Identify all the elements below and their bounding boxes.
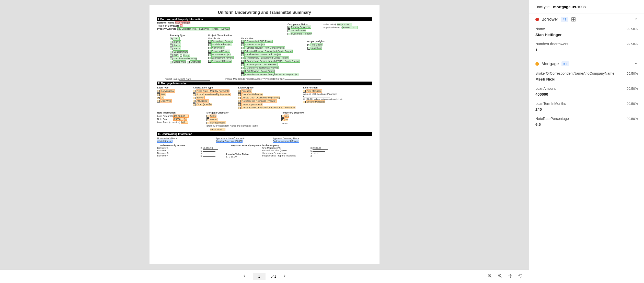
fm-v-cb[interactable] <box>241 67 244 69</box>
lien-second[interactable]: Second Mortgage <box>306 100 325 103</box>
pc-recip[interactable]: Reciprocal Review <box>211 60 232 63</box>
loan-term-value[interactable]: 240 <box>181 121 188 124</box>
prev-page-button[interactable] <box>241 273 248 280</box>
pt-2units-cb[interactable] <box>170 41 172 43</box>
am-other[interactable]: Other (specify) <box>196 103 212 106</box>
am-other-cb[interactable] <box>193 103 195 106</box>
lt-va-cb[interactable] <box>157 97 160 99</box>
lt-usda-cb[interactable] <box>157 100 160 103</box>
fm-r[interactable]: R Full Review - New Condo Project <box>244 53 281 56</box>
fm-1[interactable]: 1 Full Review - Co-op Project <box>244 70 275 73</box>
pc-stream[interactable]: Streamlined Review <box>211 40 233 43</box>
page-input[interactable] <box>253 273 266 280</box>
occupancy-second[interactable]: Second Home <box>291 29 306 32</box>
rate-value[interactable]: 6.5 <box>535 122 638 127</box>
pt-pud-cb[interactable] <box>170 54 172 57</box>
loan-amt-value[interactable]: 400,000.00 <box>173 115 189 118</box>
uw-name-value[interactable]: Abdiel Keeling <box>157 140 172 143</box>
fm-1-cb[interactable] <box>241 70 244 73</box>
bd-no[interactable]: No <box>284 118 289 121</box>
project-name-value[interactable]: Alpha Park <box>179 78 210 81</box>
pm-first-val[interactable]: 2,982.29 <box>313 147 328 150</box>
entity-borrower-header[interactable]: Borrower #1 <box>529 14 644 25</box>
lt-fha[interactable]: FHA <box>160 93 166 96</box>
pc-2to4[interactable]: 2- to 4-unit Project <box>211 53 231 56</box>
pm-supp-val[interactable] <box>313 157 325 157</box>
lp-purch[interactable]: Purchase <box>241 89 252 93</box>
borrower-name-value[interactable]: Stan Hettinger <box>175 21 190 24</box>
lt-conv[interactable]: Conventional <box>160 89 175 93</box>
document-scroll-area[interactable]: Uniform Underwriting and Transmittal Sum… <box>0 0 529 269</box>
pm-home-val[interactable]: 166.67 <box>313 152 328 155</box>
b1-val[interactable]: 12,956.70 <box>203 147 218 150</box>
appr-name-value[interactable]: Claudia Denesik / 102896 <box>216 140 243 143</box>
lt-usda[interactable]: USDA/RD <box>160 99 172 103</box>
lp-co[interactable]: Cash-Out Refinance <box>241 93 263 96</box>
b3-val[interactable] <box>203 154 215 154</box>
pt-3units-cb[interactable] <box>170 44 172 47</box>
pt-4units[interactable]: 4 units <box>173 47 181 50</box>
pr-fee[interactable]: Fee Simple <box>310 43 323 46</box>
next-page-button[interactable] <box>281 273 288 280</box>
fm-v[interactable]: V Condo Project Review Waived <box>244 66 279 69</box>
orig-corr-cb[interactable] <box>206 122 209 124</box>
pan-icon[interactable] <box>507 273 514 280</box>
pr-fee-cb[interactable] <box>307 44 310 46</box>
pt-2units[interactable]: 2 units <box>173 40 181 43</box>
occupancy-primary-cb[interactable] <box>288 26 290 29</box>
lien-first[interactable]: First Mortgage <box>306 89 322 93</box>
pc-estab-cb[interactable] <box>208 43 211 46</box>
lien-first-cb[interactable] <box>303 90 306 93</box>
lt-conv-cb[interactable] <box>157 90 160 93</box>
appr-co-value[interactable]: Padove Appraisal Service <box>273 140 300 143</box>
pt-coop[interactable]: Co-op <box>183 54 190 57</box>
fm-e-cb[interactable] <box>241 40 244 43</box>
fm-s-cb[interactable] <box>241 57 244 59</box>
am-bal[interactable]: Balloon <box>196 96 205 99</box>
pt-multi[interactable]: Multiwide <box>190 60 201 63</box>
pt-multi-cb[interactable] <box>187 61 190 63</box>
fm-t[interactable]: T Fannie Mae Review through PERS - Condo… <box>244 60 300 63</box>
lp-lim[interactable]: Limited Cash-Out Refinance (Fannie) <box>241 96 280 99</box>
loan-amt-value[interactable]: 400000 <box>535 92 638 96</box>
pc-stream-cb[interactable] <box>208 40 211 43</box>
fm-e[interactable]: E Established PUD Project <box>244 40 273 43</box>
fm-f-cb[interactable] <box>241 43 244 46</box>
lien-second-cb[interactable] <box>303 101 306 103</box>
fm-u-cb[interactable] <box>241 63 244 66</box>
pt-pud[interactable]: PUD <box>173 54 179 57</box>
num-value[interactable]: 1 <box>535 48 638 52</box>
pc-exempt[interactable]: Exempt from Review <box>211 56 234 59</box>
orig-company-value[interactable]: Mesh Nicki <box>210 128 225 131</box>
occupancy-investment[interactable]: Investment Property <box>291 32 312 35</box>
pt-1unit-cb[interactable] <box>170 38 172 40</box>
ltv-val[interactable]: 50.00 <box>231 155 246 158</box>
pc-det-cb[interactable] <box>208 50 211 53</box>
pc-det[interactable]: Detached Project <box>211 50 230 53</box>
fm-r-cb[interactable] <box>241 53 244 56</box>
orig-seller-cb[interactable] <box>206 115 209 118</box>
am-frm[interactable]: Fixed-Rate—Monthly Payments <box>196 89 229 93</box>
occupancy-primary[interactable]: Primary Residence <box>291 26 311 29</box>
lp-lim-cb[interactable] <box>238 97 241 99</box>
pt-single[interactable]: Single Wide <box>173 60 186 63</box>
pt-condo-cb[interactable] <box>170 51 172 53</box>
project-id-value[interactable] <box>285 80 321 80</box>
am-bal-cb[interactable] <box>193 97 195 99</box>
broker-value[interactable]: Mesh Nicki <box>535 77 638 81</box>
pc-exempt-cb[interactable] <box>208 57 211 59</box>
lp-nc[interactable]: No Cash-Out Refinance (Freddie) <box>241 99 277 103</box>
entity-mortgage-header[interactable]: Mortgage #1 <box>529 58 644 69</box>
fm-t-cb[interactable] <box>241 60 244 63</box>
fm-s[interactable]: S Full Review - Established Condo Projec… <box>244 56 289 59</box>
am-arm-cb[interactable] <box>193 100 195 103</box>
lp-nc-cb[interactable] <box>238 100 241 103</box>
name-value[interactable]: Stan Hettinger <box>535 32 638 37</box>
property-address-value[interactable]: 225 Bustleton Pike, Feasterville-Trevose… <box>177 27 230 30</box>
fm-q[interactable]: Q Limited Review - Established Condo Pro… <box>244 50 293 53</box>
pc-estab[interactable]: Established Project <box>211 43 232 46</box>
am-frb-cb[interactable] <box>193 93 195 96</box>
appraised-value[interactable]: 800,000.00 <box>342 26 358 29</box>
am-frb[interactable]: Fixed-Rate—Biweekly Payments <box>196 93 231 96</box>
pc-new-cb[interactable] <box>208 47 211 49</box>
